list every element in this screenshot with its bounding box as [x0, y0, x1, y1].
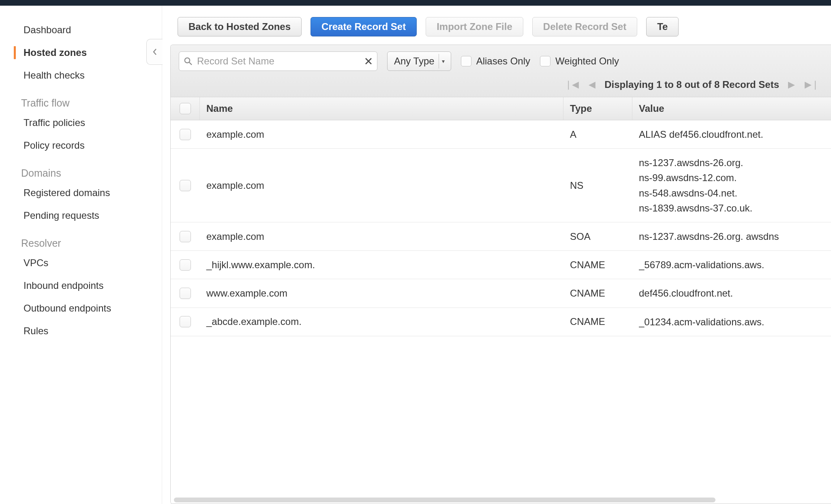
row-checkbox[interactable]	[180, 231, 191, 242]
record-sets-table: Name Type Value example.comAALIAS def456…	[171, 97, 831, 496]
cell-type: SOA	[563, 222, 632, 250]
cell-name: example.com	[200, 120, 563, 148]
checkbox-icon	[461, 56, 471, 66]
scrollbar-thumb[interactable]	[174, 498, 715, 502]
clear-search-icon[interactable]	[364, 57, 373, 65]
aliases-only-label: Aliases Only	[476, 56, 530, 67]
back-to-hosted-zones-button[interactable]: Back to Hosted Zones	[178, 17, 302, 36]
sidebar-group-resolver: Resolver	[0, 227, 162, 252]
cell-name: _hijkl.www.example.com.	[200, 251, 563, 279]
cell-name: www.example.com	[200, 279, 563, 307]
cell-name: example.com	[200, 149, 563, 222]
main-content: Back to Hosted Zones Create Record Set I…	[162, 6, 831, 504]
sidebar-item-pending-requests[interactable]: Pending requests	[0, 204, 162, 227]
table-row[interactable]: _abcde.example.com.CNAME_01234.acm-valid…	[171, 308, 831, 336]
select-all-checkbox[interactable]	[180, 103, 191, 114]
pagination-bar: ❘◀ ◀ Displaying 1 to 8 out of 8 Record S…	[171, 77, 831, 97]
filter-bar: Any Type ▾ Aliases Only Weighted Only ❘◀…	[171, 45, 831, 97]
sidebar-item-dashboard[interactable]: Dashboard	[0, 19, 162, 41]
cell-type: CNAME	[563, 251, 632, 279]
column-header-name[interactable]: Name	[200, 97, 563, 120]
cell-value: def456.cloudfront.net.	[632, 279, 831, 307]
sidebar-group-traffic-flow: Traffic flow	[0, 87, 162, 111]
svg-line-1	[189, 62, 192, 65]
table-header: Name Type Value	[171, 97, 831, 120]
column-header-value[interactable]: Value	[632, 97, 831, 120]
sidebar-item-inbound-endpoints[interactable]: Inbound endpoints	[0, 274, 162, 297]
column-header-type[interactable]: Type	[563, 97, 632, 120]
next-page-icon[interactable]: ▶	[787, 79, 796, 90]
row-checkbox[interactable]	[180, 259, 191, 271]
pagination-text: Displaying 1 to 8 out of 8 Record Sets	[604, 79, 779, 90]
type-filter-label: Any Type	[394, 56, 435, 67]
row-checkbox[interactable]	[180, 129, 191, 140]
type-filter-select[interactable]: Any Type ▾	[387, 51, 451, 71]
top-menu-bar	[0, 0, 831, 6]
horizontal-scrollbar[interactable]	[171, 496, 831, 504]
create-record-set-button[interactable]: Create Record Set	[311, 17, 417, 36]
first-page-icon[interactable]: ❘◀	[564, 79, 580, 90]
cell-type: CNAME	[563, 308, 632, 336]
sidebar-group-domains: Domains	[0, 157, 162, 182]
svg-point-0	[185, 58, 190, 63]
sidebar-item-vpcs[interactable]: VPCs	[0, 252, 162, 274]
cell-type: A	[563, 120, 632, 148]
sidebar-item-health-checks[interactable]: Health checks	[0, 64, 162, 87]
cell-name: example.com	[200, 222, 563, 250]
cell-value: _56789.acm-validations.aws.	[632, 251, 831, 279]
row-checkbox[interactable]	[180, 316, 191, 327]
cell-value: ns-1237.awsdns-26.org.ns-99.awsdns-12.co…	[632, 149, 831, 222]
sidebar-item-outbound-endpoints[interactable]: Outbound endpoints	[0, 297, 162, 320]
sidebar-item-traffic-policies[interactable]: Traffic policies	[0, 111, 162, 134]
table-row[interactable]: example.comAALIAS def456.cloudfront.net.	[171, 120, 831, 149]
import-zone-file-button[interactable]: Import Zone File	[426, 17, 523, 36]
app-layout: DashboardHosted zonesHealth checks Traff…	[0, 6, 831, 504]
weighted-only-label: Weighted Only	[555, 56, 619, 67]
cell-value: ALIAS def456.cloudfront.net.	[632, 120, 831, 148]
table-row[interactable]: example.comSOAns-1237.awsdns-26.org. aws…	[171, 222, 831, 251]
cell-type: CNAME	[563, 279, 632, 307]
cell-name: _abcde.example.com.	[200, 308, 563, 336]
cell-value: _01234.acm-validations.aws.	[632, 308, 831, 336]
sidebar-item-hosted-zones[interactable]: Hosted zones	[0, 41, 162, 64]
sidebar-item-rules[interactable]: Rules	[0, 320, 162, 342]
cell-value: ns-1237.awsdns-26.org. awsdns	[632, 222, 831, 250]
search-record-name	[179, 51, 377, 71]
search-input[interactable]	[179, 51, 377, 71]
caret-down-icon: ▾	[439, 54, 448, 68]
sidebar: DashboardHosted zonesHealth checks Traff…	[0, 6, 162, 504]
weighted-only-checkbox[interactable]: Weighted Only	[540, 56, 619, 67]
table-row[interactable]: _hijkl.www.example.com.CNAME_56789.acm-v…	[171, 251, 831, 279]
table-row[interactable]: example.comNSns-1237.awsdns-26.org.ns-99…	[171, 149, 831, 222]
sidebar-item-policy-records[interactable]: Policy records	[0, 134, 162, 157]
checkbox-icon	[540, 56, 550, 66]
delete-record-set-button[interactable]: Delete Record Set	[532, 17, 637, 36]
test-record-set-button[interactable]: Te	[646, 17, 679, 36]
cell-type: NS	[563, 149, 632, 222]
sidebar-item-registered-domains[interactable]: Registered domains	[0, 182, 162, 204]
row-checkbox[interactable]	[180, 288, 191, 299]
row-checkbox[interactable]	[180, 180, 191, 191]
aliases-only-checkbox[interactable]: Aliases Only	[461, 56, 530, 67]
table-row[interactable]: www.example.comCNAMEdef456.cloudfront.ne…	[171, 279, 831, 308]
prev-page-icon[interactable]: ◀	[588, 79, 596, 90]
search-icon	[184, 57, 193, 66]
last-page-icon[interactable]: ▶❘	[804, 79, 820, 90]
action-toolbar: Back to Hosted Zones Create Record Set I…	[162, 6, 831, 45]
record-sets-panel: Any Type ▾ Aliases Only Weighted Only ❘◀…	[170, 45, 831, 504]
